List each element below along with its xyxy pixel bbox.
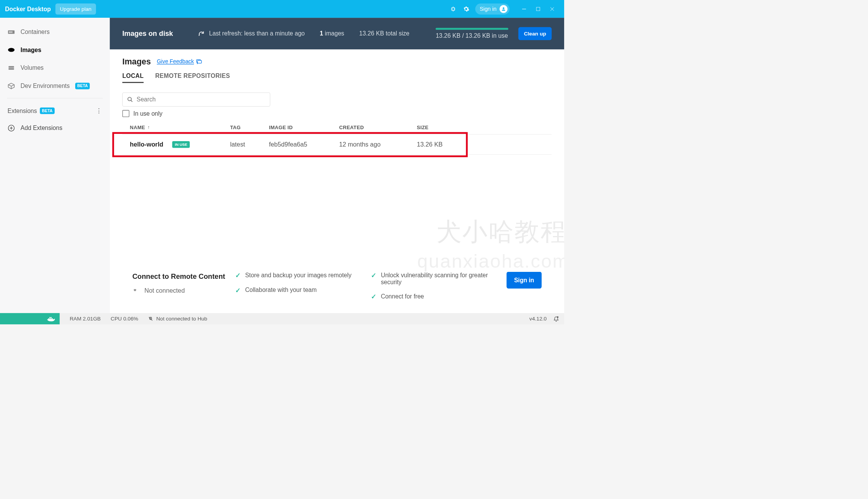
beta-badge: BETA	[40, 108, 55, 114]
add-extensions-label: Add Extensions	[20, 125, 62, 131]
containers-icon	[8, 29, 15, 35]
cleanup-button[interactable]: Clean up	[518, 27, 551, 40]
beta-badge: BETA	[75, 83, 90, 89]
table-header: NAME ↑ TAG IMAGE ID CREATED SIZE	[122, 125, 551, 135]
sidebar-item-dev-environments[interactable]: Dev Environments BETA	[0, 77, 110, 95]
svg-rect-6	[10, 31, 11, 33]
cpu-status: CPU 0.06%	[111, 316, 138, 322]
col-size-header[interactable]: SIZE	[417, 125, 544, 130]
svg-point-14	[128, 97, 131, 101]
svg-rect-13	[197, 61, 201, 63]
ram-status: RAM 2.01GB	[70, 316, 101, 322]
extensions-header: Extensions BETA ⋮	[0, 101, 110, 120]
search-icon	[127, 96, 133, 103]
extensions-more-icon[interactable]: ⋮	[96, 107, 102, 115]
col-id-header[interactable]: IMAGE ID	[269, 125, 339, 130]
usage-bar	[436, 28, 509, 30]
svg-rect-9	[8, 66, 14, 68]
volumes-icon	[8, 65, 15, 71]
sidebar-item-images[interactable]: Images	[0, 41, 110, 59]
check-icon: ✓	[371, 272, 376, 280]
avatar-icon	[499, 5, 507, 13]
svg-point-8	[8, 48, 15, 52]
refresh-icon[interactable]	[198, 30, 205, 37]
connect-title: Connect to Remote Content	[132, 272, 228, 282]
plus-circle-icon	[8, 125, 15, 131]
refresh-info: Last refresh: less than a minute ago	[198, 30, 305, 37]
watermark-text: 犬小哈教程	[437, 215, 565, 249]
statusbar: RAM 2.01GB CPU 0.06% Not connected to Hu…	[0, 313, 564, 324]
check-icon: ✓	[235, 287, 241, 294]
svg-point-1	[503, 7, 504, 9]
sidebar-item-containers[interactable]: Containers	[0, 23, 110, 41]
svg-point-15	[557, 316, 558, 318]
disk-header: Images on disk Last refresh: less than a…	[110, 18, 564, 49]
check-icon: ✓	[235, 272, 241, 280]
image-tag: latest	[230, 141, 269, 148]
in-use-only-toggle[interactable]: In use only	[122, 110, 551, 117]
sort-asc-icon: ↑	[148, 125, 150, 130]
page-title: Images	[122, 57, 151, 67]
usage-text: 13.26 KB / 13.26 KB in use	[436, 32, 509, 39]
in-use-only-label: In use only	[133, 110, 162, 117]
signin-label: Sign in	[480, 6, 497, 12]
sidebar: Containers Images Volumes Dev Environmen…	[0, 18, 110, 313]
minimize-button[interactable]	[517, 4, 531, 14]
notification-icon[interactable]	[553, 316, 560, 322]
close-button[interactable]	[545, 4, 559, 14]
content-area: Images Give Feedback LOCAL REMOTE REPOSI…	[110, 49, 564, 264]
plug-icon	[132, 287, 139, 294]
table-row[interactable]: hello-world IN USE latest feb5d9fea6a5 1…	[122, 135, 551, 155]
hub-status: Not connected to Hub	[148, 316, 207, 322]
in-use-badge: IN USE	[172, 141, 190, 148]
disk-title: Images on disk	[122, 30, 173, 38]
upgrade-plan-button[interactable]: Upgrade plan	[55, 3, 96, 15]
app-title: Docker Desktop	[5, 5, 51, 12]
svg-rect-2	[522, 8, 526, 9]
main-panel: Images on disk Last refresh: less than a…	[110, 18, 564, 313]
images-table: NAME ↑ TAG IMAGE ID CREATED SIZE hello-w…	[122, 125, 551, 155]
benefit-item: ✓ Connect for free	[371, 293, 499, 300]
bug-icon[interactable]	[448, 4, 457, 13]
svg-rect-5	[9, 31, 10, 33]
benefit-item: ✓ Unlock vulnerability scanning for grea…	[371, 272, 499, 286]
images-icon	[8, 47, 15, 53]
svg-rect-7	[12, 31, 12, 33]
col-tag-header[interactable]: TAG	[230, 125, 269, 130]
refresh-text: Last refresh: less than a minute ago	[209, 30, 305, 37]
tabs: LOCAL REMOTE REPOSITORIES	[122, 72, 551, 83]
benefit-item: ✓ Collaborate with your team	[235, 287, 363, 294]
svg-rect-4	[8, 30, 15, 34]
add-extensions-button[interactable]: Add Extensions	[0, 120, 110, 136]
check-icon: ✓	[371, 293, 376, 300]
image-created: 12 months ago	[339, 141, 417, 148]
signin-button[interactable]: Sign in	[475, 3, 509, 15]
connect-signin-button[interactable]: Sign in	[507, 272, 542, 289]
usage-block: 13.26 KB / 13.26 KB in use	[436, 28, 509, 39]
svg-rect-3	[536, 7, 540, 11]
image-name: hello-world	[130, 141, 163, 148]
col-created-header[interactable]: CREATED	[339, 125, 417, 130]
search-input[interactable]	[137, 96, 265, 103]
sidebar-divider	[7, 98, 103, 98]
col-name-header[interactable]: NAME ↑	[130, 125, 230, 130]
search-box[interactable]	[122, 93, 270, 106]
tab-local[interactable]: LOCAL	[122, 72, 143, 83]
sidebar-label: Containers	[20, 28, 49, 35]
sidebar-label: Dev Environments	[20, 83, 69, 89]
checkbox-icon	[122, 110, 129, 117]
sidebar-item-volumes[interactable]: Volumes	[0, 59, 110, 77]
maximize-button[interactable]	[531, 4, 545, 14]
gear-icon[interactable]	[462, 4, 470, 13]
image-count: 1 images	[320, 30, 344, 37]
sidebar-label: Volumes	[20, 64, 44, 71]
not-connected-status: Not connected	[132, 287, 228, 294]
give-feedback-link[interactable]: Give Feedback	[157, 58, 202, 65]
image-id: feb5d9fea6a5	[269, 141, 339, 148]
total-size: 13.26 KB total size	[359, 30, 410, 37]
sidebar-label: Images	[20, 46, 41, 53]
tab-remote[interactable]: REMOTE REPOSITORIES	[155, 72, 230, 83]
version-text: v4.12.0	[529, 316, 547, 322]
docker-status-indicator[interactable]	[0, 313, 60, 324]
extensions-label: Extensions	[8, 107, 37, 114]
